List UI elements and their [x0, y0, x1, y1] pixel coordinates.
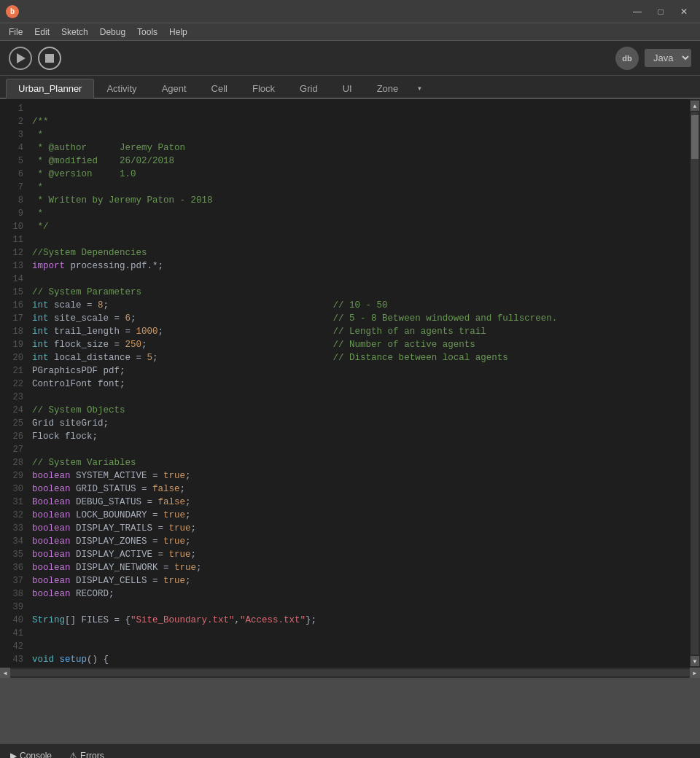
menu-file[interactable]: File	[3, 26, 28, 39]
stop-button[interactable]	[38, 47, 61, 70]
errors-icon: ⚠	[69, 751, 77, 759]
debug-button[interactable]: db	[615, 47, 639, 70]
errors-label: Errors	[80, 751, 104, 759]
menubar: File Edit Sketch Debug Tools Help	[0, 23, 700, 41]
tabs: Urban_Planner Activity Agent Cell Flock …	[0, 76, 700, 99]
tab-flock[interactable]: Flock	[240, 79, 287, 98]
horizontal-scrollbar[interactable]: ◀ ▶	[0, 668, 700, 678]
java-dropdown[interactable]: Java	[645, 49, 691, 67]
toolbar: db Java	[0, 41, 700, 76]
errors-tab[interactable]: ⚠ Errors	[62, 748, 112, 759]
console-tab[interactable]: ▶ Console	[3, 748, 59, 759]
toolbar-right: db Java	[615, 47, 691, 70]
hscroll-track	[10, 669, 690, 676]
tab-urban-planner[interactable]: Urban_Planner	[6, 79, 94, 99]
menu-edit[interactable]: Edit	[28, 26, 55, 39]
titlebar: b — □ ✕	[0, 0, 700, 23]
tab-agent[interactable]: Agent	[149, 79, 199, 98]
maximize-button[interactable]: □	[650, 4, 671, 19]
titlebar-left: b	[6, 5, 19, 18]
tab-more-button[interactable]: ▾	[411, 79, 428, 98]
tab-grid[interactable]: Grid	[287, 79, 330, 98]
line-numbers: 12345 678910 1112131415 1617181920 21222…	[0, 99, 26, 668]
status-bar: ▶ Console ⚠ Errors	[0, 743, 700, 758]
toolbar-left	[9, 47, 61, 70]
play-button[interactable]	[9, 47, 32, 70]
menu-debug[interactable]: Debug	[94, 26, 131, 39]
minimize-button[interactable]: —	[627, 4, 648, 19]
scroll-right-button[interactable]: ▶	[690, 668, 700, 678]
console-icon: ▶	[10, 751, 17, 759]
play-icon	[17, 53, 26, 63]
scroll-up-button[interactable]: ▲	[691, 101, 699, 111]
code-editor[interactable]: /** * * @author Jeremy Paton * @modified…	[26, 99, 700, 668]
app-icon: b	[6, 5, 19, 18]
gray-area	[0, 678, 700, 743]
console-label: Console	[20, 751, 52, 759]
code-container: 12345 678910 1112131415 1617181920 21222…	[0, 99, 700, 668]
tab-ui[interactable]: UI	[330, 79, 365, 98]
tab-activity[interactable]: Activity	[94, 79, 149, 98]
scroll-thumb[interactable]	[691, 115, 699, 159]
tab-cell[interactable]: Cell	[199, 79, 240, 98]
menu-sketch[interactable]: Sketch	[55, 26, 94, 39]
menu-help[interactable]: Help	[163, 26, 193, 39]
menu-tools[interactable]: Tools	[131, 26, 163, 39]
close-button[interactable]: ✕	[674, 4, 694, 19]
scroll-track	[691, 112, 699, 655]
scroll-down-button[interactable]: ▼	[691, 656, 699, 666]
scroll-left-button[interactable]: ◀	[0, 668, 10, 678]
stop-icon	[45, 54, 54, 63]
tab-zone[interactable]: Zone	[365, 79, 411, 98]
titlebar-controls: — □ ✕	[627, 4, 694, 19]
vertical-scrollbar[interactable]: ▲ ▼	[690, 99, 700, 668]
